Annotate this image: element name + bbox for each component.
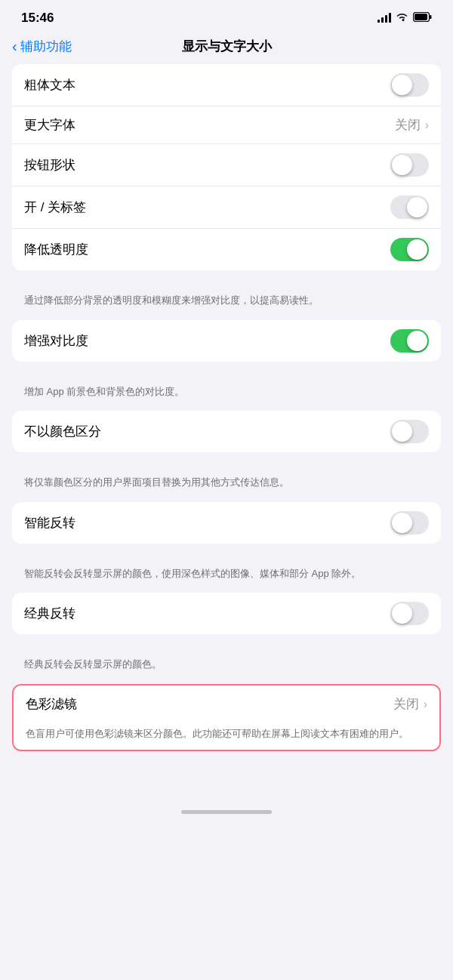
button-shapes-row[interactable]: 按钮形状 bbox=[12, 144, 441, 186]
color-filters-label: 色彩滤镜 bbox=[26, 695, 77, 713]
svg-rect-1 bbox=[430, 15, 432, 19]
reduce-transparency-toggle[interactable] bbox=[390, 238, 429, 261]
reduce-transparency-description: 通过降低部分背景的透明度和模糊度来增强对比度，以提高易读性。 bbox=[0, 288, 453, 320]
increase-contrast-row[interactable]: 增强对比度 bbox=[12, 320, 441, 362]
back-chevron-icon: ‹ bbox=[12, 39, 17, 54]
increase-contrast-label: 增强对比度 bbox=[24, 332, 88, 350]
smart-invert-row[interactable]: 智能反转 bbox=[12, 502, 441, 544]
signal-icon bbox=[378, 14, 391, 23]
classic-invert-row[interactable]: 经典反转 bbox=[12, 593, 441, 634]
settings-group-1: 粗体文本 更大字体 关闭 › 按钮形状 开 / 关标签 bbox=[12, 64, 441, 270]
color-filters-row[interactable]: 色彩滤镜 关闭 › bbox=[14, 686, 439, 723]
settings-group-5: 经典反转 bbox=[12, 593, 441, 634]
settings-group-6-color-filters: 色彩滤镜 关闭 › 色盲用户可使用色彩滤镜来区分颜色。此功能还可帮助在屏幕上阅读… bbox=[12, 684, 441, 752]
nav-bar: ‹ 辅助功能 显示与文字大小 bbox=[0, 32, 453, 64]
settings-content: 粗体文本 更大字体 关闭 › 按钮形状 开 / 关标签 bbox=[0, 64, 453, 792]
back-button[interactable]: ‹ 辅助功能 bbox=[12, 38, 72, 55]
color-filters-right: 关闭 › bbox=[393, 695, 427, 713]
color-filters-description: 色盲用户可使用色彩滤镜来区分颜色。此功能还可帮助在屏幕上阅读文本有困难的用户。 bbox=[14, 723, 439, 750]
diff-without-color-toggle[interactable] bbox=[390, 420, 429, 443]
reduce-transparency-label: 降低透明度 bbox=[24, 241, 88, 258]
settings-group-2: 增强对比度 bbox=[12, 320, 441, 362]
toggle-thumb bbox=[407, 197, 427, 217]
classic-invert-description: 经典反转会反转显示屏的颜色。 bbox=[0, 652, 453, 684]
toggle-thumb bbox=[392, 75, 412, 95]
toggle-thumb bbox=[392, 421, 412, 442]
larger-text-right: 关闭 › bbox=[395, 116, 429, 134]
color-filters-value: 关闭 bbox=[393, 695, 419, 713]
status-bar: 15:46 bbox=[0, 0, 453, 32]
larger-text-value: 关闭 bbox=[395, 116, 421, 134]
diff-without-color-description: 将仅靠颜色区分的用户界面项目替换为用其他方式传达信息。 bbox=[0, 470, 453, 502]
button-shapes-toggle[interactable] bbox=[390, 153, 429, 177]
bold-text-label: 粗体文本 bbox=[24, 76, 76, 94]
color-filters-chevron-icon: › bbox=[424, 698, 427, 711]
settings-group-4: 智能反转 bbox=[12, 502, 441, 544]
larger-text-label: 更大字体 bbox=[24, 116, 76, 134]
smart-invert-description: 智能反转会反转显示屏的颜色，使用深色样式的图像、媒体和部分 App 除外。 bbox=[0, 562, 453, 593]
increase-contrast-description: 增加 App 前景色和背景色的对比度。 bbox=[0, 380, 453, 411]
bold-text-toggle[interactable] bbox=[390, 73, 429, 97]
classic-invert-label: 经典反转 bbox=[24, 605, 76, 622]
status-icons bbox=[378, 11, 432, 25]
home-bar bbox=[181, 810, 272, 814]
toggle-thumb bbox=[392, 603, 412, 624]
settings-group-3: 不以颜色区分 bbox=[12, 411, 441, 452]
battery-icon bbox=[413, 11, 432, 25]
diff-without-color-label: 不以颜色区分 bbox=[24, 423, 101, 440]
on-off-labels-label: 开 / 关标签 bbox=[24, 199, 86, 216]
smart-invert-toggle[interactable] bbox=[390, 511, 429, 535]
larger-text-chevron-icon: › bbox=[425, 119, 429, 132]
reduce-transparency-row[interactable]: 降低透明度 bbox=[12, 229, 441, 270]
diff-without-color-row[interactable]: 不以颜色区分 bbox=[12, 411, 441, 452]
classic-invert-toggle[interactable] bbox=[390, 602, 429, 625]
toggle-thumb bbox=[392, 513, 412, 533]
smart-invert-label: 智能反转 bbox=[24, 514, 76, 532]
status-time: 15:46 bbox=[21, 11, 54, 26]
home-indicator bbox=[0, 804, 453, 817]
toggle-thumb bbox=[407, 331, 427, 351]
button-shapes-label: 按钮形状 bbox=[24, 156, 76, 174]
on-off-labels-row[interactable]: 开 / 关标签 bbox=[12, 186, 441, 229]
page-title: 显示与文字大小 bbox=[182, 38, 272, 55]
increase-contrast-toggle[interactable] bbox=[390, 329, 429, 353]
back-label: 辅助功能 bbox=[20, 38, 72, 55]
larger-text-row[interactable]: 更大字体 关闭 › bbox=[12, 106, 441, 144]
wifi-icon bbox=[396, 11, 408, 25]
toggle-thumb bbox=[392, 155, 412, 175]
on-off-labels-toggle[interactable] bbox=[390, 196, 429, 219]
bold-text-row[interactable]: 粗体文本 bbox=[12, 64, 441, 106]
toggle-thumb bbox=[407, 239, 427, 260]
svg-rect-2 bbox=[414, 14, 427, 20]
